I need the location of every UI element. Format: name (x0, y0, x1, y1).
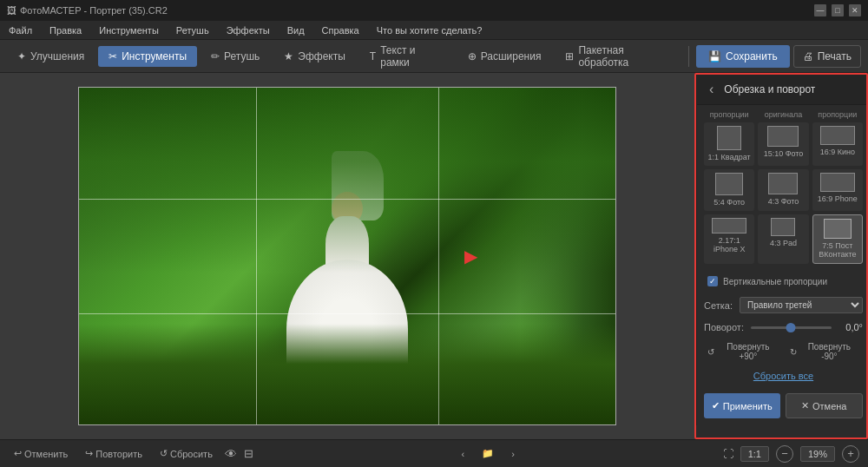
preset-cinema-16-9[interactable]: 16:9 Кино (812, 122, 863, 166)
apply-button[interactable]: ✔ Применить (704, 393, 780, 418)
toolbar: ✦ Улучшения ✂ Инструменты ✏ Ретушь ★ Эфф… (0, 40, 868, 73)
preset-label-vk: 7:5 Пост ВКонтакте (815, 241, 860, 260)
menu-edit[interactable]: Правка (46, 23, 85, 37)
effects-icon: ★ (284, 50, 293, 62)
preset-label-5-4: 5:4 Фото (713, 198, 745, 207)
presets-grid-row2: 5:4 Фото 4:3 Фото 16:9 Phone (702, 168, 865, 213)
improvements-icon: ✦ (17, 50, 26, 62)
tab-improvements[interactable]: ✦ Улучшения (7, 46, 95, 67)
rotate-plus-button[interactable]: ↺ Повернуть +90° (704, 339, 783, 364)
extensions-icon: ⊕ (468, 50, 477, 62)
presets-grid-row3: 2.17:1 iPhone X 4:3 Pad 7:5 Пост ВКонтак… (702, 213, 865, 266)
tab-tools[interactable]: ✂ Инструменты (98, 46, 197, 67)
vertical-checkbox[interactable]: ✓ (707, 276, 718, 286)
eye-button[interactable]: 👁 (225, 447, 237, 461)
nav-prev-button[interactable]: ‹ (457, 447, 470, 461)
menu-tools[interactable]: Инструменты (95, 23, 162, 37)
preset-photo-15-10[interactable]: 15:10 Фото (758, 122, 808, 166)
menu-retouch[interactable]: Ретушь (173, 23, 213, 37)
tab-batch[interactable]: ⊞ Пакетная обработка (555, 40, 681, 73)
photo-background (79, 88, 615, 424)
app-logo: 🖼 (7, 5, 16, 16)
preset-photo-4-3[interactable]: 4:3 Фото (758, 169, 808, 211)
nav-next-button[interactable]: › (506, 447, 520, 461)
zoom-out-button[interactable]: − (776, 445, 793, 463)
tools-icon: ✂ (108, 50, 117, 62)
rotation-row: Поворот: 0,0° (697, 319, 868, 336)
grid-select[interactable]: Правило третей Диагональ Нет (740, 297, 863, 313)
preset-square[interactable]: 1:1 Квадрат (704, 122, 754, 166)
cancel-button[interactable]: ✕ Отмена (786, 393, 864, 418)
compare-button[interactable]: ⊟ (244, 447, 253, 460)
minimize-button[interactable]: — (814, 4, 826, 16)
undo-button[interactable]: ↩ Отменить (9, 446, 73, 461)
rotation-label: Поворот: (704, 322, 744, 332)
preset-phone-16-9[interactable]: 16:9 Phone (812, 169, 863, 211)
rotate-minus-button[interactable]: ↻ Повернуть -90° (786, 339, 863, 364)
panel-back-button[interactable]: ‹ (706, 82, 717, 97)
canvas-area[interactable] (0, 73, 694, 439)
preset-shape-iphonex (712, 218, 746, 234)
check-icon: ✓ (709, 277, 716, 286)
preset-vk-post[interactable]: 7:5 Пост ВКонтакте (812, 214, 863, 265)
menu-search[interactable]: Что вы хотите сделать? (373, 23, 486, 37)
rotation-value: 0,0° (838, 322, 863, 332)
reset-bottom-button[interactable]: ↺ Сбросить (155, 446, 218, 461)
section-label-2: пропорции (812, 110, 863, 119)
tab-retouch[interactable]: ✏ Ретушь (201, 46, 270, 67)
save-button[interactable]: 💾 Сохранить (696, 45, 790, 68)
close-button[interactable]: ✕ (849, 4, 861, 16)
preset-iphone-x[interactable]: 2.17:1 iPhone X (704, 214, 754, 265)
menu-file[interactable]: Файл (5, 23, 36, 37)
zoom-in-button[interactable]: + (842, 445, 859, 463)
arrow-right (464, 247, 508, 265)
bottom-center: ‹ 📁 › (457, 446, 520, 461)
zoom-display: 19% (800, 446, 835, 462)
vertical-toggle-row: ✓ Вертикальные пропорции (700, 273, 866, 290)
preset-ipad-4-3[interactable]: 4:3 Pad (758, 214, 808, 265)
ground-layer (79, 324, 615, 424)
preset-shape-cinema (820, 126, 855, 145)
preset-label-ipad: 4:3 Pad (770, 239, 797, 248)
right-panel-wrapper: ‹ Обрезка и поворот пропорции оригинала … (694, 73, 868, 439)
window-title: ФотоМАСТЕР - Портрет (35).CR2 (20, 5, 168, 16)
tab-effects[interactable]: ★ Эффекты (273, 46, 356, 67)
tab-text[interactable]: T Текст и рамки (359, 40, 454, 73)
menu-view[interactable]: Вид (284, 23, 308, 37)
folder-icon: 📁 (482, 448, 494, 459)
panel-title: Обрезка и поворот (724, 83, 815, 95)
fullscreen-icon[interactable]: ⛶ (723, 448, 733, 460)
rotate-buttons-row: ↺ Повернуть +90° ↻ Повернуть -90° (697, 336, 868, 367)
reset-all-link[interactable]: Сбросить все (697, 367, 868, 385)
section-label-0: пропорции (704, 110, 754, 119)
presets-grid-row1: 1:1 Квадрат 15:10 Фото 16:9 Кино (702, 121, 865, 168)
retouch-icon: ✏ (211, 50, 220, 62)
photo-container (78, 87, 616, 425)
preset-shape-15-10 (767, 126, 799, 147)
crop-presets-section: пропорции оригинала пропорции 1:1 Квадра… (697, 105, 868, 271)
preset-shape-ipad (771, 218, 795, 236)
rotation-slider[interactable] (751, 326, 832, 329)
tab-extensions[interactable]: ⊕ Расширения (457, 46, 552, 67)
grid-label: Сетка: (704, 300, 733, 311)
x-icon: ✕ (801, 400, 809, 411)
bottom-right: ⛶ 1:1 − 19% + (723, 445, 859, 463)
menu-effects[interactable]: Эффекты (223, 23, 273, 37)
ratio-button[interactable]: 1:1 (740, 446, 769, 462)
menu-help[interactable]: Справка (319, 23, 363, 37)
preset-label-square: 1:1 Квадрат (708, 153, 751, 162)
redo-button[interactable]: ↪ Повторить (80, 446, 148, 461)
grid-select-row: Сетка: Правило третей Диагональ Нет (697, 293, 868, 317)
checkmark-icon: ✔ (712, 400, 720, 411)
main-area: ‹ Обрезка и поворот пропорции оригинала … (0, 73, 868, 439)
print-button[interactable]: 🖨 Печать (793, 45, 861, 68)
preset-photo-5-4[interactable]: 5:4 Фото (704, 169, 754, 211)
rotate-cw-icon: ↺ (707, 347, 714, 357)
title-bar: 🖼 ФотоМАСТЕР - Портрет (35).CR2 — □ ✕ (0, 0, 868, 21)
preset-label-4-3: 4:3 Фото (768, 197, 799, 207)
nav-folder-button[interactable]: 📁 (477, 446, 499, 461)
rotate-ccw-icon: ↻ (790, 347, 797, 357)
maximize-button[interactable]: □ (832, 4, 844, 16)
preset-shape-5-4 (715, 173, 743, 195)
tree-canopy (79, 88, 615, 273)
